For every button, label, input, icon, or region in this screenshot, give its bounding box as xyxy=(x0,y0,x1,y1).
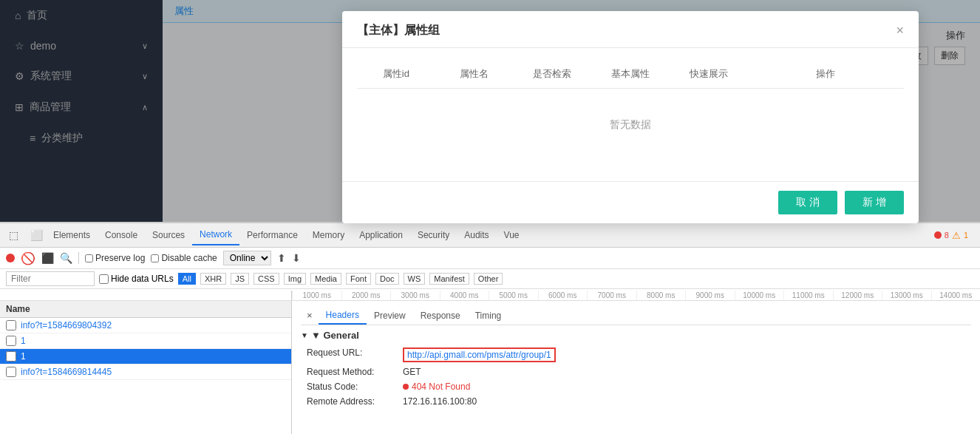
tick-6000: 6000 ms xyxy=(538,291,588,300)
tick-2000: 2000 ms xyxy=(341,291,391,300)
preserve-log-checkbox[interactable]: Preserve log xyxy=(85,253,145,263)
tab-security[interactable]: Security xyxy=(410,226,457,245)
request-checkbox-2[interactable] xyxy=(6,336,16,346)
throttle-select[interactable]: Online xyxy=(223,251,271,265)
filter-other-btn[interactable]: Other xyxy=(474,273,503,285)
request-name-2: 1 xyxy=(21,336,26,346)
tick-12000: 12000 ms xyxy=(833,291,882,300)
dialog-close-button[interactable]: × xyxy=(896,23,904,38)
request-item-4[interactable]: info?t=1584669814445 xyxy=(0,365,291,380)
request-url-value: http://api.gmall.com/pms/attr/group/1 xyxy=(403,347,556,362)
request-url-row: Request URL: http://api.gmall.com/pms/at… xyxy=(307,345,971,365)
tab-performance[interactable]: Performance xyxy=(239,226,305,245)
network-content: Name info?t=1584669804392 1 1 info?t=158… xyxy=(0,301,980,434)
request-method-key: Request Method: xyxy=(307,367,403,377)
details-tab-headers[interactable]: Headers xyxy=(319,307,367,325)
tab-network[interactable]: Network xyxy=(192,225,239,245)
filter-input[interactable] xyxy=(6,271,95,286)
record-button[interactable] xyxy=(6,254,15,262)
col-searchable: 是否检索 xyxy=(513,67,591,81)
filter-ws-btn[interactable]: WS xyxy=(404,273,426,285)
search-button[interactable]: 🔍 xyxy=(60,252,72,264)
devtools-tabs-bar: ⬚ ⬜ Elements Console Sources Network Per… xyxy=(0,223,980,248)
filter-img-btn[interactable]: Img xyxy=(284,273,306,285)
request-name-4: info?t=1584669814445 xyxy=(21,367,112,377)
request-checkbox-4[interactable] xyxy=(6,367,16,377)
cancel-button[interactable]: 取 消 xyxy=(778,191,837,214)
request-item-3[interactable]: 1 xyxy=(0,349,291,365)
devtools-inspect-icon[interactable]: ⬚ xyxy=(6,226,21,244)
import-button[interactable]: ⬆ xyxy=(277,252,286,264)
request-item-2[interactable]: 1 xyxy=(0,333,291,349)
request-method-row: Request Method: GET xyxy=(307,365,971,379)
col-basic: 基本属性 xyxy=(591,67,670,81)
tab-console[interactable]: Console xyxy=(98,226,145,245)
dialog-overlay: 【主体】属性组 × 属性id 属性名 是否检索 基本属性 快速展示 操作 暂无数… xyxy=(0,0,980,222)
disable-cache-input[interactable] xyxy=(151,254,159,262)
filter-js-btn[interactable]: JS xyxy=(231,273,249,285)
filter-row: Hide data URLs All XHR JS CSS Img Media … xyxy=(0,269,980,289)
details-tab-timing[interactable]: Timing xyxy=(468,307,509,325)
error-dot xyxy=(934,231,942,239)
filter-doc-btn[interactable]: Doc xyxy=(375,273,399,285)
devtools-panel: ⬚ ⬜ Elements Console Sources Network Per… xyxy=(0,222,980,434)
error-count: 8 xyxy=(945,231,949,240)
tick-9000: 9000 ms xyxy=(685,291,735,300)
request-method-value: GET xyxy=(403,367,421,377)
col-attr-id: 属性id xyxy=(357,67,435,81)
preserve-log-input[interactable] xyxy=(85,254,93,262)
tab-vue[interactable]: Vue xyxy=(497,226,527,245)
tick-14000: 14000 ms xyxy=(931,291,981,300)
tick-11000: 11000 ms xyxy=(783,291,833,300)
dialog-body: 属性id 属性名 是否检索 基本属性 快速展示 操作 暂无数据 xyxy=(342,48,919,181)
tick-4000: 4000 ms xyxy=(440,291,489,300)
filter-media-btn[interactable]: Media xyxy=(310,273,341,285)
dialog-table-header: 属性id 属性名 是否检索 基本属性 快速展示 操作 xyxy=(357,60,904,89)
tick-5000: 5000 ms xyxy=(489,291,538,300)
details-tab-preview[interactable]: Preview xyxy=(367,307,413,325)
request-name-1: info?t=1584669804392 xyxy=(21,320,112,330)
remote-address-key: Remote Address: xyxy=(307,396,403,407)
general-section-title: ▼ General xyxy=(301,330,971,341)
disable-cache-label: Disable cache xyxy=(161,253,217,263)
request-checkbox-3[interactable] xyxy=(6,351,16,362)
request-checkbox-1[interactable] xyxy=(6,320,16,330)
filter-font-btn[interactable]: Font xyxy=(346,273,371,285)
tab-elements[interactable]: Elements xyxy=(46,226,98,245)
request-item-1[interactable]: info?t=1584669804392 xyxy=(0,318,291,333)
tick-8000: 8000 ms xyxy=(636,291,686,300)
details-close-btn[interactable]: × xyxy=(301,307,319,325)
timeline-row: 1000 ms 2000 ms 3000 ms 4000 ms 5000 ms … xyxy=(0,289,980,301)
tick-7000: 7000 ms xyxy=(587,291,636,300)
request-list: Name info?t=1584669804392 1 1 info?t=158… xyxy=(0,301,292,434)
remote-address-row: Remote Address: 172.16.116.100:80 xyxy=(307,394,971,409)
tick-3000: 3000 ms xyxy=(390,291,440,300)
dialog-footer: 取 消 新 增 xyxy=(342,181,919,223)
filter-manifest-btn[interactable]: Manifest xyxy=(429,273,469,285)
filter-css-btn[interactable]: CSS xyxy=(253,273,279,285)
request-list-header: Name xyxy=(0,301,291,318)
tab-application[interactable]: Application xyxy=(352,226,410,245)
export-button[interactable]: ⬇ xyxy=(292,252,301,264)
tab-memory[interactable]: Memory xyxy=(305,226,352,245)
status-error-dot xyxy=(403,384,409,390)
dialog-empty-text: 暂无数据 xyxy=(357,89,904,161)
filter-all-btn[interactable]: All xyxy=(178,273,196,285)
tab-audits[interactable]: Audits xyxy=(457,226,496,245)
col-attr-name: 属性名 xyxy=(435,67,514,81)
add-button[interactable]: 新 增 xyxy=(845,191,904,214)
request-name-3: 1 xyxy=(21,351,26,362)
status-code-key: Status Code: xyxy=(307,382,403,392)
tab-sources[interactable]: Sources xyxy=(145,226,192,245)
hide-data-urls-checkbox[interactable]: Hide data URLs xyxy=(99,274,174,284)
request-details-panel: × Headers Preview Response Timing ▼ Gene… xyxy=(292,301,980,434)
attribute-group-dialog: 【主体】属性组 × 属性id 属性名 是否检索 基本属性 快速展示 操作 暂无数… xyxy=(342,11,919,223)
remote-address-value: 172.16.116.100:80 xyxy=(403,396,477,407)
warning-icon: ⚠ xyxy=(952,230,961,241)
status-code-value: 404 Not Found xyxy=(412,382,470,392)
devtools-device-icon[interactable]: ⬜ xyxy=(27,226,46,244)
clear-button[interactable]: 🚫 xyxy=(21,251,35,265)
filter-xhr-btn[interactable]: XHR xyxy=(200,273,226,285)
disable-cache-checkbox[interactable]: Disable cache xyxy=(151,253,217,263)
details-tab-response[interactable]: Response xyxy=(413,307,468,325)
